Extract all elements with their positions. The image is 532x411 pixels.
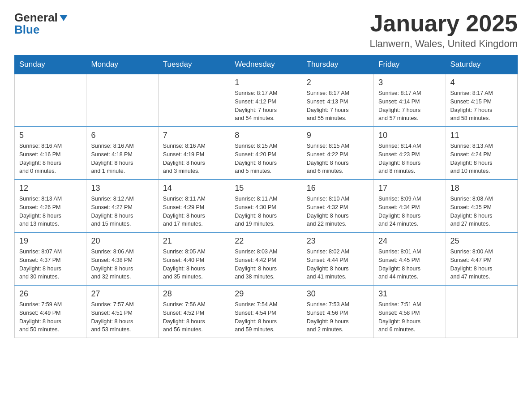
calendar-cell: 31Sunrise: 7:51 AM Sunset: 4:58 PM Dayli… [374, 285, 446, 338]
day-info: Sunrise: 8:06 AM Sunset: 4:38 PM Dayligh… [91, 248, 153, 281]
calendar-cell [15, 74, 86, 127]
day-info: Sunrise: 8:17 AM Sunset: 4:13 PM Dayligh… [307, 89, 369, 123]
calendar-week-1: 1Sunrise: 8:17 AM Sunset: 4:12 PM Daylig… [15, 74, 518, 127]
calendar-cell: 5Sunrise: 8:16 AM Sunset: 4:16 PM Daylig… [15, 127, 86, 180]
calendar-cell: 19Sunrise: 8:07 AM Sunset: 4:37 PM Dayli… [15, 232, 86, 285]
month-title: January 2025 [369, 11, 518, 36]
day-number: 24 [378, 236, 441, 246]
logo-blue: Blue [14, 23, 39, 37]
header-monday: Monday [86, 56, 158, 74]
page-header: General Blue January 2025 Llanwern, Wale… [0, 0, 532, 55]
header-friday: Friday [374, 56, 446, 74]
calendar-cell: 15Sunrise: 8:11 AM Sunset: 4:30 PM Dayli… [230, 180, 302, 232]
header-sunday: Sunday [15, 56, 86, 74]
calendar-cell: 21Sunrise: 8:05 AM Sunset: 4:40 PM Dayli… [158, 232, 230, 285]
header-thursday: Thursday [302, 56, 373, 74]
calendar-week-4: 19Sunrise: 8:07 AM Sunset: 4:37 PM Dayli… [15, 232, 518, 285]
calendar-cell [86, 74, 158, 127]
calendar-cell: 23Sunrise: 8:02 AM Sunset: 4:44 PM Dayli… [302, 232, 373, 285]
calendar-cell: 13Sunrise: 8:12 AM Sunset: 4:27 PM Dayli… [86, 180, 158, 232]
day-info: Sunrise: 8:15 AM Sunset: 4:20 PM Dayligh… [235, 142, 297, 176]
calendar-cell: 22Sunrise: 8:03 AM Sunset: 4:42 PM Dayli… [230, 232, 302, 285]
calendar-week-3: 12Sunrise: 8:13 AM Sunset: 4:26 PM Dayli… [15, 180, 518, 232]
day-number: 16 [307, 184, 369, 193]
calendar-cell: 17Sunrise: 8:09 AM Sunset: 4:34 PM Dayli… [374, 180, 446, 232]
calendar-cell: 29Sunrise: 7:54 AM Sunset: 4:54 PM Dayli… [230, 285, 302, 338]
day-number: 3 [378, 78, 441, 87]
day-number: 5 [19, 131, 82, 140]
calendar-cell: 4Sunrise: 8:17 AM Sunset: 4:15 PM Daylig… [446, 74, 517, 127]
day-number: 6 [91, 131, 153, 140]
day-info: Sunrise: 8:05 AM Sunset: 4:40 PM Dayligh… [163, 248, 225, 281]
day-info: Sunrise: 8:16 AM Sunset: 4:19 PM Dayligh… [163, 142, 225, 176]
calendar-cell: 16Sunrise: 8:10 AM Sunset: 4:32 PM Dayli… [302, 180, 373, 232]
day-info: Sunrise: 8:01 AM Sunset: 4:45 PM Dayligh… [378, 248, 441, 281]
day-info: Sunrise: 8:15 AM Sunset: 4:22 PM Dayligh… [307, 142, 369, 176]
calendar-cell: 14Sunrise: 8:11 AM Sunset: 4:29 PM Dayli… [158, 180, 230, 232]
calendar-cell: 8Sunrise: 8:15 AM Sunset: 4:20 PM Daylig… [230, 127, 302, 180]
day-info: Sunrise: 8:17 AM Sunset: 4:12 PM Dayligh… [235, 89, 297, 123]
calendar-cell: 1Sunrise: 8:17 AM Sunset: 4:12 PM Daylig… [230, 74, 302, 127]
day-info: Sunrise: 8:08 AM Sunset: 4:35 PM Dayligh… [450, 195, 513, 228]
day-number: 28 [163, 289, 225, 299]
day-info: Sunrise: 7:54 AM Sunset: 4:54 PM Dayligh… [235, 300, 297, 334]
day-info: Sunrise: 8:13 AM Sunset: 4:24 PM Dayligh… [450, 142, 513, 176]
calendar-week-5: 26Sunrise: 7:59 AM Sunset: 4:49 PM Dayli… [15, 285, 518, 338]
day-number: 19 [19, 236, 82, 246]
day-number: 22 [235, 236, 297, 246]
svg-marker-0 [60, 15, 68, 21]
logo-arrow-icon [59, 13, 69, 23]
day-number: 1 [235, 78, 297, 87]
day-info: Sunrise: 7:57 AM Sunset: 4:51 PM Dayligh… [91, 300, 153, 334]
day-number: 25 [450, 236, 513, 246]
day-info: Sunrise: 7:56 AM Sunset: 4:52 PM Dayligh… [163, 300, 225, 334]
day-info: Sunrise: 8:16 AM Sunset: 4:18 PM Dayligh… [91, 142, 153, 176]
day-number: 31 [378, 289, 441, 299]
header-saturday: Saturday [446, 56, 517, 74]
day-number: 26 [19, 289, 82, 299]
day-number: 29 [235, 289, 297, 299]
day-info: Sunrise: 7:53 AM Sunset: 4:56 PM Dayligh… [307, 300, 369, 334]
day-number: 9 [307, 131, 369, 140]
calendar-week-2: 5Sunrise: 8:16 AM Sunset: 4:16 PM Daylig… [15, 127, 518, 180]
calendar-cell: 30Sunrise: 7:53 AM Sunset: 4:56 PM Dayli… [302, 285, 373, 338]
day-info: Sunrise: 8:17 AM Sunset: 4:15 PM Dayligh… [450, 89, 513, 123]
header-tuesday: Tuesday [158, 56, 230, 74]
calendar-header-row: SundayMondayTuesdayWednesdayThursdayFrid… [15, 56, 518, 74]
day-info: Sunrise: 8:17 AM Sunset: 4:14 PM Dayligh… [378, 89, 441, 123]
day-info: Sunrise: 8:11 AM Sunset: 4:29 PM Dayligh… [163, 195, 225, 228]
calendar-cell: 9Sunrise: 8:15 AM Sunset: 4:22 PM Daylig… [302, 127, 373, 180]
day-number: 13 [91, 184, 153, 193]
day-info: Sunrise: 7:59 AM Sunset: 4:49 PM Dayligh… [19, 300, 82, 334]
day-info: Sunrise: 8:11 AM Sunset: 4:30 PM Dayligh… [235, 195, 297, 228]
title-block: January 2025 Llanwern, Wales, United Kin… [369, 11, 518, 50]
logo: General Blue [14, 11, 69, 37]
day-number: 18 [450, 184, 513, 193]
day-info: Sunrise: 7:51 AM Sunset: 4:58 PM Dayligh… [378, 300, 441, 334]
day-info: Sunrise: 8:09 AM Sunset: 4:34 PM Dayligh… [378, 195, 441, 228]
day-number: 8 [235, 131, 297, 140]
calendar-cell: 12Sunrise: 8:13 AM Sunset: 4:26 PM Dayli… [15, 180, 86, 232]
calendar-cell: 25Sunrise: 8:00 AM Sunset: 4:47 PM Dayli… [446, 232, 517, 285]
day-number: 4 [450, 78, 513, 87]
day-info: Sunrise: 8:00 AM Sunset: 4:47 PM Dayligh… [450, 248, 513, 281]
day-number: 12 [19, 184, 82, 193]
day-info: Sunrise: 8:02 AM Sunset: 4:44 PM Dayligh… [307, 248, 369, 281]
day-number: 23 [307, 236, 369, 246]
day-number: 30 [307, 289, 369, 299]
day-number: 27 [91, 289, 153, 299]
day-number: 14 [163, 184, 225, 193]
day-number: 21 [163, 236, 225, 246]
day-number: 11 [450, 131, 513, 140]
day-info: Sunrise: 8:16 AM Sunset: 4:16 PM Dayligh… [19, 142, 82, 176]
day-info: Sunrise: 8:12 AM Sunset: 4:27 PM Dayligh… [91, 195, 153, 228]
day-info: Sunrise: 8:13 AM Sunset: 4:26 PM Dayligh… [19, 195, 82, 228]
header-wednesday: Wednesday [230, 56, 302, 74]
day-number: 7 [163, 131, 225, 140]
day-number: 20 [91, 236, 153, 246]
day-number: 15 [235, 184, 297, 193]
calendar-cell: 11Sunrise: 8:13 AM Sunset: 4:24 PM Dayli… [446, 127, 517, 180]
calendar-cell: 6Sunrise: 8:16 AM Sunset: 4:18 PM Daylig… [86, 127, 158, 180]
day-info: Sunrise: 8:03 AM Sunset: 4:42 PM Dayligh… [235, 248, 297, 281]
calendar-cell: 28Sunrise: 7:56 AM Sunset: 4:52 PM Dayli… [158, 285, 230, 338]
